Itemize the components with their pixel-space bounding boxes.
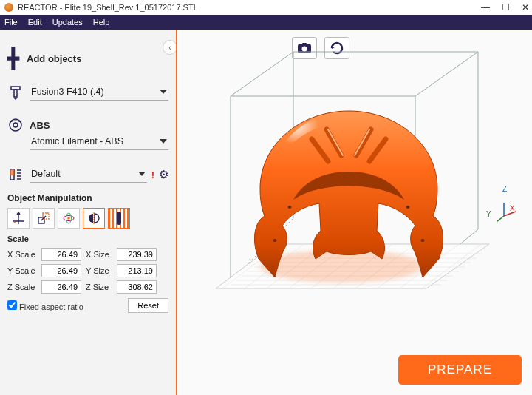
printer-select[interactable]: Fusion3 F410 (.4) <box>30 85 168 101</box>
scale-title: Scale <box>7 234 168 243</box>
fixed-aspect-ratio-label: Fixed aspect ratio <box>19 303 83 311</box>
z-scale-label: Z Scale <box>7 283 37 291</box>
axis-gizmo[interactable]: Z X Y <box>497 200 520 225</box>
y-scale-input[interactable] <box>41 264 81 277</box>
svg-point-37 <box>421 239 425 242</box>
sidebar: ‹ ╋ Add objects Fusion3 F410 (.4) ABS At <box>0 30 177 395</box>
tool-rotate[interactable] <box>58 208 80 229</box>
material-short-label: ABS <box>30 120 50 131</box>
chevron-down-icon <box>160 139 167 144</box>
menu-file[interactable]: File <box>4 18 18 27</box>
svg-point-36 <box>273 239 277 242</box>
build-volume <box>186 33 532 395</box>
z-size-label: Z Size <box>86 283 112 291</box>
y-size-label: Y Size <box>86 266 112 275</box>
chevron-down-icon <box>138 172 146 176</box>
window-title: REACTOR - Elite 19_Shell_Rev 1_05172017.… <box>18 3 481 12</box>
app-icon <box>4 3 13 12</box>
model-preview[interactable] <box>245 104 452 288</box>
plus-icon: ╋ <box>7 49 19 68</box>
settings-gear-icon[interactable]: ⚙ <box>159 168 168 181</box>
y-size-input[interactable] <box>117 264 157 277</box>
add-objects-button[interactable]: ╋ Add objects <box>7 49 168 68</box>
tool-move[interactable] <box>7 208 30 229</box>
chevron-down-icon <box>160 90 167 94</box>
axis-z-label: Z <box>502 185 507 193</box>
menu-help[interactable]: Help <box>93 18 110 27</box>
collapse-sidebar-button[interactable]: ‹ <box>163 40 177 55</box>
z-size-input[interactable] <box>117 280 157 294</box>
svg-rect-5 <box>10 169 14 175</box>
svg-rect-1 <box>14 90 17 97</box>
add-objects-label: Add objects <box>27 53 81 64</box>
minimize-button[interactable]: — <box>481 2 490 13</box>
axis-x-label: X <box>510 204 515 212</box>
profile-icon <box>7 166 24 183</box>
svg-point-35 <box>406 206 410 209</box>
warning-icon: ! <box>151 169 154 180</box>
x-scale-label: X Scale <box>7 250 37 259</box>
menu-edit[interactable]: Edit <box>28 18 42 27</box>
object-manipulation-title: Object Manipulation <box>7 193 168 203</box>
menu-updates[interactable]: Updates <box>52 18 83 27</box>
svg-line-40 <box>497 216 504 222</box>
profile-select[interactable]: Default <box>30 167 147 183</box>
close-button[interactable]: ✕ <box>522 2 529 13</box>
svg-point-3 <box>13 123 18 127</box>
profile-select-label: Default <box>31 169 138 179</box>
x-size-input[interactable] <box>117 248 157 261</box>
tool-support[interactable] <box>108 208 130 229</box>
material-icon <box>7 117 24 133</box>
fixed-aspect-ratio-checkbox[interactable] <box>7 300 17 310</box>
viewport-3d[interactable]: Z X Y PREPARE <box>177 30 532 395</box>
x-size-label: X Size <box>86 250 112 259</box>
svg-point-10 <box>67 217 70 220</box>
tool-scale[interactable] <box>33 208 55 229</box>
printer-icon <box>7 84 24 101</box>
printer-select-label: Fusion3 F410 (.4) <box>31 87 160 97</box>
menubar: File Edit Updates Help <box>0 15 532 30</box>
svg-point-34 <box>288 206 292 209</box>
x-scale-input[interactable] <box>41 248 81 261</box>
window-titlebar: REACTOR - Elite 19_Shell_Rev 1_05172017.… <box>0 0 532 15</box>
maximize-button[interactable]: ☐ <box>502 2 510 13</box>
fixed-aspect-ratio[interactable]: Fixed aspect ratio <box>7 300 83 311</box>
manipulation-tools <box>7 208 168 229</box>
y-scale-label: Y Scale <box>7 266 37 275</box>
material-select-label: Atomic Filament - ABS <box>31 136 160 146</box>
prepare-button[interactable]: PREPARE <box>398 355 522 385</box>
reset-button[interactable]: Reset <box>128 298 168 313</box>
axis-y-label: Y <box>486 210 491 218</box>
z-scale-input[interactable] <box>41 280 81 294</box>
material-select[interactable]: Atomic Filament - ABS <box>30 135 168 150</box>
tool-mirror[interactable] <box>83 208 105 229</box>
